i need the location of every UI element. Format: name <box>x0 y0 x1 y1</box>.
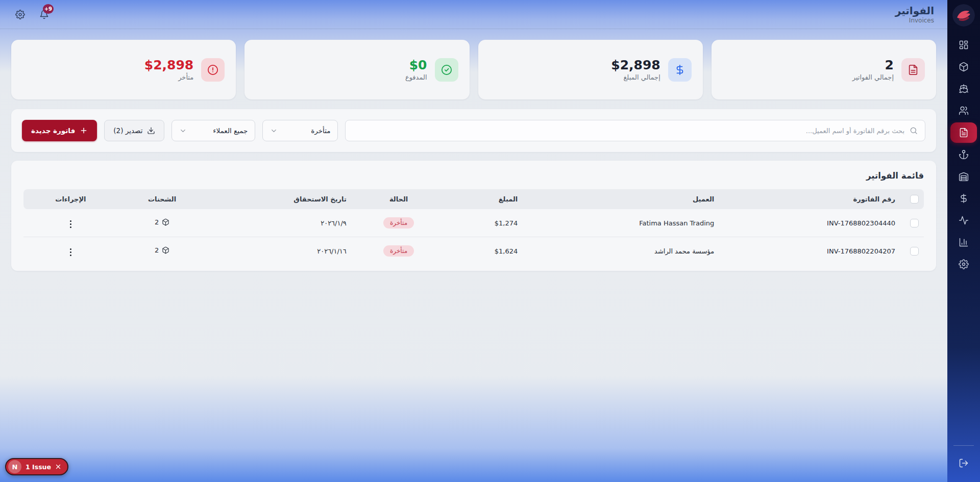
sidebar-divider <box>953 445 974 446</box>
page-subtitle: Invoices <box>895 17 934 24</box>
sidebar-item-ports[interactable] <box>950 144 977 165</box>
sidebar-item-dashboard[interactable] <box>950 35 977 55</box>
status-badge: متأخرة <box>383 245 414 257</box>
dollar-icon <box>959 193 969 204</box>
sidebar-item-customers[interactable] <box>950 100 977 121</box>
new-invoice-button-label: فاتورة جديدة <box>31 126 75 135</box>
dollar-icon <box>668 58 692 82</box>
table-row: INV-1768802204207 مؤسسة محمد الراشد $1,6… <box>23 237 924 265</box>
package-icon <box>162 218 169 226</box>
row-actions-menu-button[interactable] <box>66 218 76 231</box>
chevron-down-icon <box>179 127 187 135</box>
stat-label: إجمالي الفواتير <box>852 73 894 81</box>
col-amount: المبلغ <box>446 189 523 209</box>
invoice-file-icon <box>959 128 969 138</box>
table-row: INV-1768802304440 Fatima Hassan Trading … <box>23 209 924 237</box>
stat-value: $2,898 <box>144 58 193 73</box>
col-actions: الإجراءات <box>23 189 118 209</box>
gear-icon <box>959 259 969 269</box>
stat-card-total-amount: $2,898 إجمالي المبلغ <box>478 40 703 99</box>
search-icon <box>910 126 918 135</box>
stat-label: متأخر <box>144 73 193 81</box>
close-icon[interactable] <box>55 464 61 470</box>
stat-card-total-invoices: 2 إجمالي الفواتير <box>712 40 936 99</box>
table-header-row: رقم الفاتورة العميل المبلغ الحالة تاريخ … <box>23 189 924 209</box>
col-invoice-no: رقم الفاتورة <box>719 189 900 209</box>
notifications-count-badge: +9 <box>43 4 54 14</box>
invoices-table: رقم الفاتورة العميل المبلغ الحالة تاريخ … <box>23 189 924 265</box>
status-filter-select[interactable]: متأخرة <box>262 120 338 141</box>
ship-icon <box>959 84 969 94</box>
due-date: ٢٠٢٦/١/١٦ <box>206 237 352 265</box>
plus-icon <box>80 126 88 135</box>
sidebar-item-invoices[interactable] <box>950 122 977 143</box>
select-all-header-cell <box>900 189 924 209</box>
stats-row: 2 إجمالي الفواتير $2,898 إجمالي المبلغ <box>11 40 936 99</box>
stat-label: المدفوع <box>405 73 427 81</box>
stat-value: $0 <box>405 58 427 73</box>
row-actions-menu-button[interactable] <box>66 246 76 259</box>
client-filter-value: جميع العملاء <box>213 126 248 135</box>
page-header: الفواتير Invoices +9 <box>0 0 947 29</box>
client-name: مؤسسة محمد الراشد <box>523 237 719 265</box>
package-icon <box>959 62 969 72</box>
invoices-table-card: قائمة الفواتير رقم الفاتورة العميل المبل… <box>11 161 936 271</box>
status-filter-value: متأخرة <box>311 126 330 135</box>
main-content: الفواتير Invoices +9 2 <box>0 0 947 482</box>
stat-text: $2,898 إجمالي المبلغ <box>611 58 660 82</box>
anchor-icon <box>959 149 969 160</box>
stat-text: $2,898 متأخر <box>144 58 193 82</box>
bar-chart-icon <box>959 237 969 247</box>
client-filter-select[interactable]: جميع العملاء <box>172 120 255 141</box>
row-checkbox[interactable] <box>910 247 919 256</box>
issue-avatar: N <box>8 460 21 473</box>
stat-value: 2 <box>852 58 894 73</box>
invoice-number: INV-1768802304440 <box>827 219 895 227</box>
select-all-checkbox[interactable] <box>910 195 919 204</box>
client-name: Fatima Hassan Trading <box>523 209 719 237</box>
table-title: قائمة الفواتير <box>23 171 924 181</box>
stat-text: $0 المدفوع <box>405 58 427 82</box>
shipments-count: 2 <box>155 218 159 226</box>
shipments-cell: 2 <box>155 246 169 254</box>
invoice-amount: $1,624 <box>446 237 523 265</box>
issue-badge-label: 1 Issue <box>26 463 51 471</box>
sidebar-item-reports[interactable] <box>950 232 977 252</box>
sidebar-item-logout[interactable] <box>950 453 977 473</box>
users-icon <box>959 106 969 116</box>
search-box <box>345 120 925 141</box>
new-invoice-button[interactable]: فاتورة جديدة <box>22 120 97 141</box>
export-button[interactable]: تصدير (2) <box>104 120 164 141</box>
invoices-page: الفواتير Invoices +9 2 <box>0 0 980 482</box>
sidebar-item-packages[interactable] <box>950 57 977 77</box>
stat-card-overdue: $2,898 متأخر <box>11 40 236 99</box>
page-title: الفواتير <box>895 5 934 17</box>
gear-icon <box>15 10 25 19</box>
search-input[interactable] <box>353 127 904 135</box>
chevron-down-icon <box>270 127 278 135</box>
shipments-cell: 2 <box>155 218 169 226</box>
download-icon <box>147 126 155 135</box>
title-block: الفواتير Invoices <box>895 5 934 24</box>
app-logo[interactable] <box>952 4 975 27</box>
notifications-button[interactable]: +9 <box>39 10 49 19</box>
alert-circle-icon <box>201 58 225 82</box>
col-shipments: الشحنات <box>118 189 206 209</box>
sidebar-item-activity[interactable] <box>950 210 977 231</box>
header-actions: +9 <box>15 10 49 19</box>
row-checkbox[interactable] <box>910 219 919 227</box>
sidebar-item-settings[interactable] <box>950 254 977 274</box>
settings-button[interactable] <box>15 10 25 19</box>
activity-icon <box>959 215 969 225</box>
stat-value: $2,898 <box>611 58 660 73</box>
col-due-date: تاريخ الاستحقاق <box>206 189 352 209</box>
sidebar-item-finance[interactable] <box>950 188 977 209</box>
invoice-number: INV-1768802204207 <box>827 247 895 255</box>
stat-text: 2 إجمالي الفواتير <box>852 58 894 82</box>
issue-badge[interactable]: N 1 Issue <box>5 458 68 475</box>
due-date: ٢٠٢٦/١/٩ <box>206 209 352 237</box>
col-status: الحالة <box>352 189 446 209</box>
dashboard-icon <box>959 40 969 50</box>
sidebar-item-warehouses[interactable] <box>950 166 977 187</box>
sidebar-item-shipping[interactable] <box>950 79 977 99</box>
